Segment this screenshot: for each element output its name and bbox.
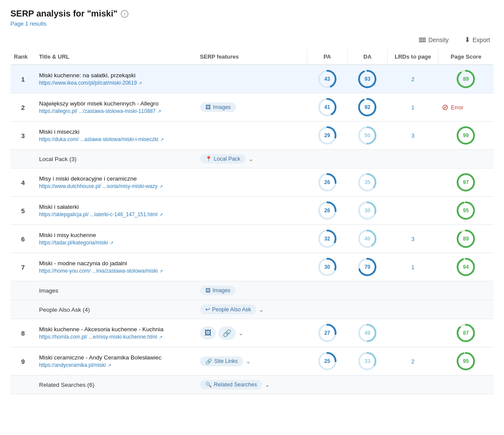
result-url[interactable]: https://homla.com.pl/ ...e/misy-miski-ku… [39,334,193,340]
serp-cell [197,253,307,281]
external-link-icon: ↗ [108,363,111,368]
feature-rank-cell [10,281,36,300]
feature-badge-cell[interactable]: 🔍 Related Searches ⌄ [197,376,307,394]
info-icon[interactable]: i [121,10,128,18]
result-url[interactable]: https://home-you.com/ ...lnia/zastawa-st… [39,268,193,274]
density-label: Density [428,36,449,43]
export-button[interactable]: ⬇ Export [461,34,494,46]
da-cell: 50 [347,122,388,150]
external-link-icon: ↗ [138,81,142,86]
table-row: 6 Miski i misy kuchenne https://tadar.pl… [10,225,494,253]
col-serp-header: SERP features [197,49,307,65]
feature-lrd-cell [388,281,438,300]
export-label: Export [473,36,490,43]
result-url[interactable]: https://sklepgalicja.pl/ ...laterki-c-14… [39,211,193,218]
lrd-cell[interactable]: 3 [388,122,438,150]
collapse-icon[interactable]: ⌄ [248,155,254,162]
title-text: SERP analysis for "miski" [10,9,117,19]
local-pack-badge[interactable]: 📍 Local Pack [200,154,246,164]
serp-cell [197,197,307,225]
lrd-link[interactable]: 1 [412,264,415,270]
col-da-header: DA [347,49,388,65]
rank-cell: 9 [10,347,36,376]
pa-cell: 26 [307,168,347,197]
score-cell: 95 [438,197,494,225]
people-also-ask-badge[interactable]: ↩ People Also Ask [200,304,257,314]
serp-cell: 🔗 Site Links ⌄ [197,347,307,376]
title-cell: Największy wybór misek kuchennych - Alle… [36,93,197,122]
related-searches-badge[interactable]: 🔍 Related Searches [200,380,262,389]
lrd-cell[interactable]: 2 [388,65,438,93]
export-icon: ⬇ [464,36,470,44]
table-row: People Also Ask (4) ↩ People Also Ask ⌄ [10,300,494,319]
lrd-link[interactable]: 2 [412,76,415,82]
score-cell: 95 [438,347,494,376]
site-links-expand-icon[interactable]: ⌄ [246,358,251,365]
external-link-icon: ↗ [159,184,163,189]
feature-da-cell [347,376,388,394]
site-links-badge[interactable]: 🔗 Site Links [200,356,243,366]
images-serp-badge[interactable]: 🖼 Images [200,102,236,112]
lrd-cell[interactable]: 3 [388,225,438,253]
lrd-cell [388,197,438,225]
pa-cell: 25 [307,347,347,376]
col-rank-header: Rank [10,49,36,65]
score-cell: 99 [438,122,494,150]
feature-pa-cell [307,150,347,168]
col-lrd-header: LRDs to page [388,49,438,65]
expand-icon[interactable]: ⌄ [238,330,244,336]
serp-cell: 🖼 Images [197,93,307,122]
score-cell: 89 [438,225,494,253]
table-header: Rank Title & URL SERP features PA DA LRD… [10,49,494,65]
feature-lrd-cell [388,150,438,168]
result-title: Miski i misy kuchenne [39,232,193,238]
people-also-ask-icon: ↩ [205,306,210,313]
title-cell: Miski - modne naczynia do jadalni https:… [36,253,197,281]
lrd-link[interactable]: 1 [412,104,415,111]
result-url[interactable]: https://allegro.pl/ .../zastawa-stolowa-… [39,108,193,114]
result-url[interactable]: https://www.ikea.com/pl/pl/cat/miski-206… [39,80,193,86]
result-url[interactable]: https://www.dutchhouse.pl/ ...soria/misy… [39,183,193,189]
page-title: SERP analysis for "miski" i [10,9,494,19]
da-cell: 93 [347,65,388,93]
lrd-cell[interactable]: 1 [388,253,438,281]
link-feature-badge[interactable]: 🔗 [218,326,236,340]
table-row: Local Pack (3) 📍 Local Pack ⌄ [10,150,494,168]
pa-cell: 26 [307,197,347,225]
collapse-icon[interactable]: ⌄ [265,381,270,388]
rank-cell: 3 [10,122,36,150]
result-url[interactable]: https://tadar.pl/kategoria/miski ↗ [39,240,193,246]
feature-score-cell [438,300,494,319]
link-feature-icon: 🔗 [223,329,231,337]
title-cell: Miski i misy kuchenne https://tadar.pl/k… [36,225,197,253]
rank-cell: 6 [10,225,36,253]
lrd-cell[interactable]: 2 [388,347,438,376]
collapse-icon[interactable]: ⌄ [259,306,264,313]
lrd-link[interactable]: 3 [412,236,415,242]
feature-badge-cell[interactable]: ↩ People Also Ask ⌄ [197,300,307,319]
feature-badge-cell[interactable]: 📍 Local Pack ⌄ [197,150,307,168]
result-url[interactable]: https://duka.com/ ...astawa-stolowa/misk… [39,136,193,142]
col-pa-header: PA [307,49,347,65]
density-icon [419,38,426,42]
result-url[interactable]: https://andyceramika.pl/miski ↗ [39,362,193,368]
feature-da-cell [347,300,388,319]
image-feature-badge[interactable]: 🖼 [200,326,216,339]
score-cell: ⊘ Error [438,93,494,122]
title-cell: Misy i miski dekoracyjne i ceramiczne ht… [36,168,197,197]
feature-label-cell: People Also Ask (4) [36,300,197,319]
lrd-link[interactable]: 3 [412,132,415,139]
lrd-cell[interactable]: 1 [388,93,438,122]
da-cell: 40 [347,225,388,253]
images-badge[interactable]: 🖼 Images [200,286,236,295]
error-label: Error [451,104,464,111]
feature-score-cell [438,150,494,168]
feature-badge-cell[interactable]: 🖼 Images [197,281,307,300]
lrd-link[interactable]: 2 [412,358,415,365]
table-row: 2 Największy wybór misek kuchennych - Al… [10,93,494,122]
result-title: Miski i sałaterki [39,204,193,210]
page-subtitle[interactable]: Page 1 results [10,20,494,27]
title-cell: Miski i sałaterki https://sklepgalicja.p… [36,197,197,225]
density-button[interactable]: Density [415,35,452,45]
feature-rank-cell [10,300,36,319]
